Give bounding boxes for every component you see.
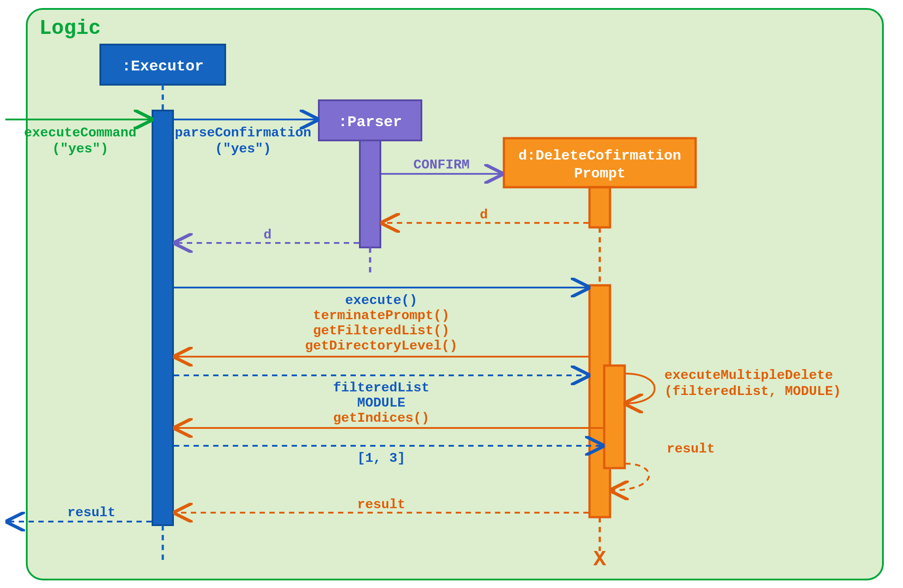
frame-label: Logic <box>39 17 101 40</box>
svg-rect-8 <box>590 187 610 227</box>
msg-module-label: MODULE <box>357 395 405 411</box>
prompt-label-line2: Prompt <box>574 165 625 182</box>
parser-label: :Parser <box>338 114 402 131</box>
msg-executeCommand-label2: ("yes") <box>52 141 108 156</box>
msg-filteredList-label: filteredList <box>333 380 429 395</box>
msg-getDirectoryLevel-label: getDirectoryLevel() <box>305 338 458 354</box>
svg-rect-12 <box>604 366 625 468</box>
executor-label: :Executor <box>122 58 204 75</box>
msg-execMultiple-label1: executeMultipleDelete <box>664 368 833 383</box>
msg-return-d-orange-label: d <box>480 207 488 222</box>
msg-executeCommand-label1: executeCommand <box>24 125 136 140</box>
msg-getFilteredList-label: getFilteredList() <box>313 323 449 338</box>
msg-execMultiple-label2: (filteredList, MODULE) <box>664 384 841 399</box>
msg-indices-label: [1, 3] <box>357 451 405 466</box>
svg-rect-2 <box>153 111 173 525</box>
msg-return-d-purple-label: d <box>264 227 272 243</box>
msg-confirm-label: CONFIRM <box>413 157 470 173</box>
msg-execute-label: execute() <box>345 293 417 308</box>
msg-resultBack-label: result <box>357 497 405 512</box>
svg-rect-5 <box>360 140 380 247</box>
msg-terminatePrompt-label: terminatePrompt() <box>313 308 449 323</box>
msg-parseConfirmation-label2: ("yes") <box>215 141 271 156</box>
msg-getIndices-label: getIndices() <box>333 411 429 426</box>
msg-resultOut-label: result <box>67 505 115 520</box>
msg-parseConfirmation-label1: parseConfirmation <box>175 125 311 140</box>
destruction-x: X <box>594 547 606 572</box>
sequence-diagram: Logic :Executor :Parser d:DeleteCofirmat… <box>0 0 903 588</box>
msg-selfResult-label: result <box>667 441 715 456</box>
prompt-label-line1: d:DeleteCofirmation <box>519 148 681 164</box>
